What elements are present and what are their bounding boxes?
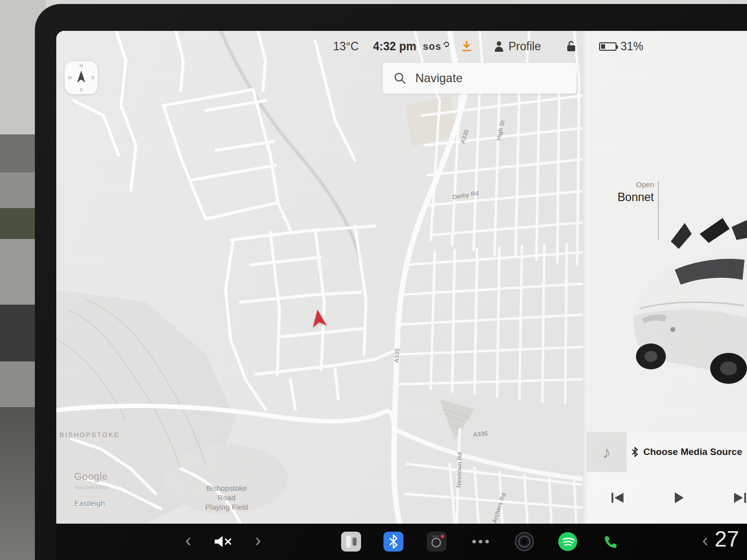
phone-button[interactable] bbox=[601, 532, 621, 552]
open-bonnet-button[interactable]: Bonnet bbox=[618, 191, 654, 204]
next-track-icon bbox=[733, 491, 747, 504]
road-label-newtown-rd: Newtown Rd bbox=[455, 452, 463, 487]
bluetooth-icon bbox=[631, 447, 638, 457]
navigate-search-bar[interactable]: Navigate bbox=[382, 63, 577, 94]
time-value: 4:32 pm bbox=[373, 40, 416, 53]
map-data-attribution: Map data ©2025 bbox=[75, 485, 109, 490]
place-label-playing-field: Bishopstoke Road Playing Field bbox=[205, 484, 248, 512]
compass-control[interactable]: N E S W bbox=[65, 61, 98, 94]
temperature-value: 13°C bbox=[333, 40, 359, 53]
bluetooth-app-button[interactable] bbox=[383, 532, 403, 552]
bluetooth-app-icon bbox=[383, 532, 403, 552]
profile-button[interactable]: Profile bbox=[494, 38, 541, 55]
spotify-button[interactable] bbox=[558, 532, 578, 552]
previous-track-icon bbox=[611, 491, 624, 504]
phone-icon bbox=[602, 532, 621, 551]
search-icon bbox=[393, 72, 406, 85]
playing-field-line-1: Bishopstoke bbox=[205, 484, 248, 493]
software-update-download-icon bbox=[461, 40, 473, 52]
app-icon bbox=[341, 532, 361, 552]
road-label-a335-mid: A335 bbox=[393, 348, 401, 363]
vehicle-panel: Open Bonnet bbox=[583, 31, 747, 524]
transport-controls bbox=[587, 472, 747, 524]
volume-chevron-right[interactable]: › bbox=[250, 530, 265, 552]
clock: 4:32 pm bbox=[373, 38, 416, 55]
play-icon bbox=[673, 491, 685, 504]
sos-status: sos bbox=[423, 38, 450, 55]
playing-field-line-3: Playing Field bbox=[205, 502, 248, 512]
more-apps-icon bbox=[472, 539, 490, 544]
volume-mute-button[interactable] bbox=[213, 532, 233, 552]
sos-arc-icon bbox=[443, 41, 450, 47]
record-button[interactable] bbox=[514, 532, 534, 552]
compass-south-label: S bbox=[80, 87, 83, 92]
app-shortcut-1[interactable] bbox=[341, 532, 361, 552]
dashcam-icon bbox=[427, 532, 447, 552]
play-button[interactable] bbox=[669, 488, 689, 508]
battery-status: 31% bbox=[599, 38, 643, 55]
next-track-button[interactable] bbox=[730, 488, 747, 508]
screen-bezel: A335 High St Derby Rd A335 A335 Newtown … bbox=[35, 4, 747, 560]
place-label-bishopstoke: BISHOPSTOKE bbox=[60, 431, 120, 439]
music-note-icon: ♪ bbox=[603, 443, 611, 462]
media-player-card: ♪ Choose Media Source bbox=[587, 432, 747, 524]
vehicle-location-arrow bbox=[310, 309, 328, 329]
navigate-placeholder: Navigate bbox=[415, 71, 463, 85]
volume-chevron-left[interactable]: ‹ bbox=[181, 530, 196, 552]
climate-chevron-left[interactable]: ‹ bbox=[698, 530, 713, 552]
outside-temperature-status[interactable]: 13°C bbox=[333, 38, 359, 55]
compass-north-label: N bbox=[80, 63, 83, 68]
compass-needle-icon bbox=[76, 71, 86, 84]
playing-field-line-2: Road bbox=[205, 493, 248, 503]
road-label-a335-lower: A335 bbox=[473, 430, 488, 438]
previous-track-button[interactable] bbox=[608, 488, 627, 508]
google-attribution: Google bbox=[74, 471, 108, 482]
sos-label: sos bbox=[423, 41, 441, 52]
profile-person-icon bbox=[494, 40, 504, 52]
battery-icon bbox=[599, 42, 617, 51]
dashcam-button[interactable] bbox=[427, 532, 447, 552]
more-apps-button[interactable] bbox=[471, 532, 491, 552]
battery-percent-label: 31% bbox=[621, 40, 643, 53]
volume-mute-icon bbox=[214, 535, 232, 549]
compass-west-label: W bbox=[68, 75, 72, 80]
open-bonnet-hint: Open bbox=[636, 180, 654, 189]
record-icon bbox=[514, 532, 534, 552]
climate-temperature[interactable]: 27 bbox=[715, 527, 739, 552]
tesla-touchscreen: A335 High St Derby Rd A335 A335 Newtown … bbox=[56, 31, 747, 560]
app-dock: ‹ › bbox=[56, 524, 747, 560]
map-roads bbox=[56, 31, 583, 524]
choose-media-source-button[interactable]: Choose Media Source bbox=[643, 447, 743, 457]
spotify-icon bbox=[558, 531, 578, 552]
lock-icon bbox=[566, 40, 576, 52]
media-source-tile[interactable]: ♪ bbox=[587, 432, 626, 472]
place-label-eastleigh: Eastleigh bbox=[74, 499, 105, 507]
photo-scene: A335 High St Derby Rd A335 A335 Newtown … bbox=[0, 0, 747, 560]
compass-east-label: E bbox=[92, 75, 95, 80]
profile-label: Profile bbox=[508, 40, 541, 53]
car-render[interactable] bbox=[625, 214, 747, 386]
lock-status[interactable] bbox=[566, 38, 576, 55]
software-update-status[interactable] bbox=[461, 38, 473, 55]
map-canvas[interactable]: A335 High St Derby Rd A335 A335 Newtown … bbox=[56, 31, 583, 524]
